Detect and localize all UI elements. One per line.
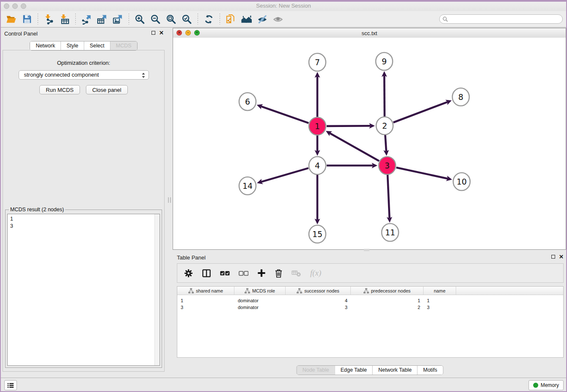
function-builder-button[interactable]: f(x) [310,268,321,278]
graph-node-label: 2 [382,121,387,130]
window-titlebar: Session: New Session [0,0,567,11]
column-header-shared-name[interactable]: shared name [177,287,234,295]
graph-node-6[interactable]: 6 [239,93,256,110]
optimization-criterion-select[interactable]: strongly connected component [19,70,149,80]
column-type-icon [245,288,250,293]
mcds-result-line: 1 [8,215,160,223]
table-panel-tabs: Node Table Edge Table Network Table Moti… [297,365,443,375]
export-image-button[interactable] [110,12,126,26]
float-panel-icon[interactable] [151,31,155,35]
node-table[interactable]: shared nameMCDS rolesuccessor nodesprede… [177,286,564,358]
tab-select[interactable]: Select [84,41,110,50]
graph-node-15[interactable]: 15 [309,225,326,243]
tab-network[interactable]: Network [30,41,61,50]
graph-node-1[interactable]: 1 [309,117,326,135]
column-type-icon [188,288,194,293]
criterion-selected-value: strongly connected component [24,72,99,78]
graph-node-8[interactable]: 8 [452,88,469,106]
trash-icon [275,269,283,278]
tab-motifs[interactable]: Motifs [417,366,443,375]
tab-network-table[interactable]: Network Table [372,366,417,375]
hide-view-button[interactable] [254,12,270,26]
show-view-button[interactable] [270,12,286,26]
graph-edge[interactable] [385,135,386,152]
scrollbar-track[interactable] [154,214,160,365]
network-canvas[interactable]: 7968124314101511 [173,38,566,249]
export-network-button[interactable] [79,12,94,26]
import-table-button[interactable] [57,12,72,26]
gear-icon [184,269,193,278]
graph-node-7[interactable]: 7 [309,53,326,71]
zoom-selected-button[interactable] [179,12,195,26]
graph-node-label: 8 [458,92,463,102]
show-panels-menu-button[interactable] [4,380,17,390]
graph-node-label: 14 [242,181,253,190]
mcds-result-lines: 13 [8,215,160,229]
table-row[interactable]: 3dominator323 [177,304,563,311]
list-icon [7,382,14,389]
zoom-out-button[interactable] [148,12,163,26]
select-stepper-icon [141,72,146,79]
plus-icon [257,269,266,277]
table-settings-button[interactable] [184,269,193,278]
graph-edge[interactable] [327,126,371,126]
select-all-rows-button[interactable] [220,271,230,276]
graph-node-2[interactable]: 2 [376,117,393,135]
graph-edge[interactable] [388,175,390,218]
table-row[interactable]: 1dominator411 [177,297,563,304]
import-network-button[interactable] [41,12,57,26]
graph-edge[interactable] [394,102,448,122]
deselect-all-rows-button[interactable] [239,271,248,276]
status-bar: Memory [0,378,567,392]
search-input[interactable] [439,14,563,24]
zoom-fit-icon [166,14,176,25]
graph-edge[interactable] [330,133,379,161]
graph-node-4[interactable]: 4 [309,157,326,174]
tab-node-table[interactable]: Node Table [297,366,335,375]
column-header-predecessor-nodes[interactable]: predecessor nodes [351,287,424,295]
split-handle-horizontal[interactable] [364,249,369,251]
graph-edge[interactable] [396,168,448,179]
export-image-icon [113,14,123,25]
graph-edge[interactable] [261,106,309,123]
open-session-button[interactable] [3,12,19,26]
export-table-button[interactable] [94,12,110,26]
create-network-view-button[interactable] [223,12,239,26]
close-panel-icon[interactable]: ✕ [159,30,164,35]
column-header-successor-nodes[interactable]: successor nodes [286,287,351,295]
float-panel-icon[interactable] [551,255,555,259]
columns-icon [202,269,211,278]
zoom-fit-button[interactable] [163,12,179,26]
tab-edge-table[interactable]: Edge Table [335,366,372,375]
apply-layout-button[interactable] [201,12,217,26]
delete-column-button[interactable] [275,269,283,278]
delete-table-button[interactable] [292,269,301,277]
add-column-button[interactable] [257,269,266,277]
mcds-result-textarea[interactable]: 13 [7,214,160,366]
graph-svg[interactable]: 7968124314101511 [173,38,566,250]
graph-node-10[interactable]: 10 [453,173,470,190]
close-panel-button[interactable]: Close panel [86,85,128,94]
tab-style[interactable]: Style [61,41,84,50]
show-columns-button[interactable] [202,269,211,278]
memory-button[interactable]: Memory [528,380,564,390]
tab-mcds[interactable]: MCDS [110,41,137,50]
split-handle-vertical[interactable] [168,197,171,203]
graph-edge[interactable] [261,168,308,182]
show-all-views-button[interactable] [239,12,254,26]
zoom-in-icon [135,14,145,25]
close-panel-icon[interactable]: ✕ [559,254,564,259]
graph-node-3[interactable]: 3 [379,157,396,174]
graph-edge[interactable] [384,75,385,116]
zoom-in-button[interactable] [132,12,148,26]
network-window-titlebar[interactable]: ✕ − + scc.txt [173,28,566,38]
graph-node-11[interactable]: 11 [382,224,399,241]
column-header-MCDS-role[interactable]: MCDS role [234,287,286,295]
graph-node-14[interactable]: 14 [239,177,256,195]
table-cell: 4 [286,298,351,303]
save-session-button[interactable] [19,12,35,26]
run-mcds-button[interactable]: Run MCDS [39,85,80,94]
graph-node-9[interactable]: 9 [376,52,393,70]
column-header-name[interactable]: name [424,287,456,295]
search-field [439,14,563,24]
